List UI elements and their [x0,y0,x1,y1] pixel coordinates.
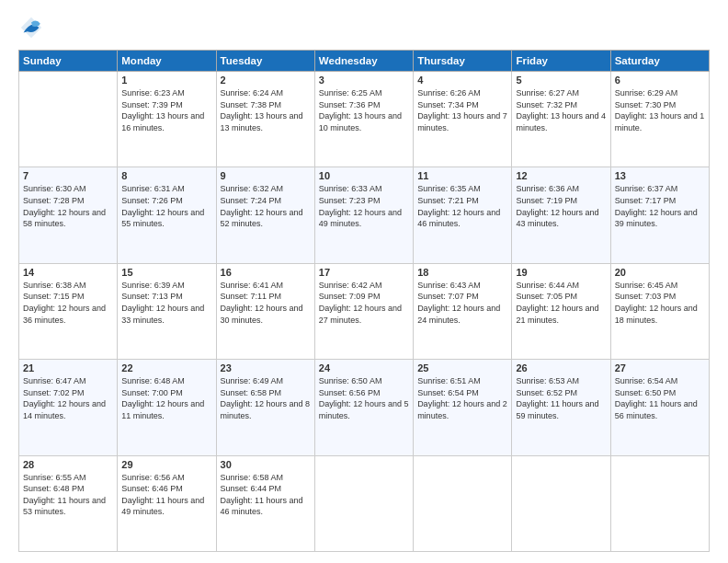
day-number: 12 [516,170,606,181]
week-row-5: 28Sunrise: 6:55 AMSunset: 6:48 PMDayligh… [19,455,710,551]
day-info: Sunrise: 6:29 AMSunset: 7:30 PMDaylight:… [615,87,705,133]
calendar-cell [314,455,413,551]
calendar-cell: 23Sunrise: 6:49 AMSunset: 6:58 PMDayligh… [216,360,314,455]
weekday-header-monday: Monday [118,51,216,72]
calendar-cell: 29Sunrise: 6:56 AMSunset: 6:46 PMDayligh… [118,455,216,551]
calendar-cell [610,455,709,551]
day-info: Sunrise: 6:53 AMSunset: 6:52 PMDaylight:… [516,375,606,421]
weekday-header-wednesday: Wednesday [314,51,413,72]
day-number: 25 [417,362,507,373]
calendar-cell: 14Sunrise: 6:38 AMSunset: 7:15 PMDayligh… [19,263,118,359]
day-info: Sunrise: 6:36 AMSunset: 7:19 PMDaylight:… [516,183,606,229]
calendar-cell [414,455,512,551]
day-number: 11 [417,170,507,181]
day-number: 7 [23,170,113,181]
day-number: 26 [516,362,606,373]
calendar-cell: 6Sunrise: 6:29 AMSunset: 7:30 PMDaylight… [610,72,709,167]
day-number: 3 [319,75,409,86]
calendar-cell: 3Sunrise: 6:25 AMSunset: 7:36 PMDaylight… [314,72,413,167]
day-info: Sunrise: 6:54 AMSunset: 6:50 PMDaylight:… [615,375,705,421]
page: SundayMondayTuesdayWednesdayThursdayFrid… [0,0,728,563]
day-info: Sunrise: 6:44 AMSunset: 7:05 PMDaylight:… [516,280,606,326]
day-info: Sunrise: 6:58 AMSunset: 6:44 PMDaylight:… [221,472,311,518]
weekday-header-thursday: Thursday [414,51,512,72]
calendar-cell: 22Sunrise: 6:48 AMSunset: 7:00 PMDayligh… [118,360,216,455]
header [18,15,710,40]
calendar-cell [512,455,610,551]
day-number: 24 [319,362,409,373]
calendar-cell: 13Sunrise: 6:37 AMSunset: 7:17 PMDayligh… [610,167,709,263]
day-info: Sunrise: 6:27 AMSunset: 7:32 PMDaylight:… [516,87,606,133]
calendar-cell [19,72,118,167]
day-number: 19 [516,267,606,278]
day-info: Sunrise: 6:47 AMSunset: 7:02 PMDaylight:… [23,375,113,421]
day-number: 20 [615,267,705,278]
day-number: 4 [417,75,507,86]
day-info: Sunrise: 6:41 AMSunset: 7:11 PMDaylight:… [221,280,311,326]
day-number: 9 [221,170,311,181]
day-number: 23 [221,362,311,373]
day-number: 8 [121,170,211,181]
logo [18,15,46,40]
day-number: 21 [23,362,113,373]
day-number: 5 [516,75,606,86]
week-row-3: 14Sunrise: 6:38 AMSunset: 7:15 PMDayligh… [19,263,710,359]
day-info: Sunrise: 6:38 AMSunset: 7:15 PMDaylight:… [23,280,113,326]
day-info: Sunrise: 6:25 AMSunset: 7:36 PMDaylight:… [319,87,409,133]
weekday-header-saturday: Saturday [610,51,709,72]
day-number: 10 [319,170,409,181]
calendar-cell: 15Sunrise: 6:39 AMSunset: 7:13 PMDayligh… [118,263,216,359]
day-info: Sunrise: 6:56 AMSunset: 6:46 PMDaylight:… [121,472,211,518]
day-info: Sunrise: 6:51 AMSunset: 6:54 PMDaylight:… [417,375,507,421]
calendar-cell: 2Sunrise: 6:24 AMSunset: 7:38 PMDaylight… [216,72,314,167]
calendar-cell: 19Sunrise: 6:44 AMSunset: 7:05 PMDayligh… [512,263,610,359]
day-info: Sunrise: 6:26 AMSunset: 7:34 PMDaylight:… [417,87,507,133]
calendar-cell: 21Sunrise: 6:47 AMSunset: 7:02 PMDayligh… [19,360,118,455]
day-number: 15 [121,267,211,278]
logo-icon [18,15,44,40]
day-info: Sunrise: 6:43 AMSunset: 7:07 PMDaylight:… [417,280,507,326]
calendar-cell: 12Sunrise: 6:36 AMSunset: 7:19 PMDayligh… [512,167,610,263]
weekday-header-sunday: Sunday [19,51,118,72]
day-info: Sunrise: 6:31 AMSunset: 7:26 PMDaylight:… [121,183,211,229]
day-number: 2 [221,75,311,86]
day-number: 30 [221,459,311,470]
day-info: Sunrise: 6:35 AMSunset: 7:21 PMDaylight:… [417,183,507,229]
day-info: Sunrise: 6:48 AMSunset: 7:00 PMDaylight:… [121,375,211,421]
calendar-cell: 18Sunrise: 6:43 AMSunset: 7:07 PMDayligh… [414,263,512,359]
day-info: Sunrise: 6:32 AMSunset: 7:24 PMDaylight:… [221,183,311,229]
day-number: 17 [319,267,409,278]
day-info: Sunrise: 6:50 AMSunset: 6:56 PMDaylight:… [319,375,409,421]
calendar-cell: 11Sunrise: 6:35 AMSunset: 7:21 PMDayligh… [414,167,512,263]
day-info: Sunrise: 6:30 AMSunset: 7:28 PMDaylight:… [23,183,113,229]
day-info: Sunrise: 6:45 AMSunset: 7:03 PMDaylight:… [615,280,705,326]
weekday-header-tuesday: Tuesday [216,51,314,72]
day-info: Sunrise: 6:55 AMSunset: 6:48 PMDaylight:… [23,472,113,518]
day-number: 18 [417,267,507,278]
calendar-cell: 28Sunrise: 6:55 AMSunset: 6:48 PMDayligh… [19,455,118,551]
day-info: Sunrise: 6:49 AMSunset: 6:58 PMDaylight:… [221,375,311,421]
day-info: Sunrise: 6:23 AMSunset: 7:39 PMDaylight:… [121,87,211,133]
day-number: 6 [615,75,705,86]
calendar-cell: 26Sunrise: 6:53 AMSunset: 6:52 PMDayligh… [512,360,610,455]
calendar-cell: 30Sunrise: 6:58 AMSunset: 6:44 PMDayligh… [216,455,314,551]
week-row-2: 7Sunrise: 6:30 AMSunset: 7:28 PMDaylight… [19,167,710,263]
calendar-cell: 16Sunrise: 6:41 AMSunset: 7:11 PMDayligh… [216,263,314,359]
day-number: 28 [23,459,113,470]
day-info: Sunrise: 6:39 AMSunset: 7:13 PMDaylight:… [121,280,211,326]
day-number: 14 [23,267,113,278]
day-number: 1 [121,75,211,86]
day-number: 16 [221,267,311,278]
calendar-cell: 20Sunrise: 6:45 AMSunset: 7:03 PMDayligh… [610,263,709,359]
day-number: 13 [615,170,705,181]
week-row-4: 21Sunrise: 6:47 AMSunset: 7:02 PMDayligh… [19,360,710,455]
calendar-cell: 7Sunrise: 6:30 AMSunset: 7:28 PMDaylight… [19,167,118,263]
calendar-cell: 1Sunrise: 6:23 AMSunset: 7:39 PMDaylight… [118,72,216,167]
day-number: 29 [121,459,211,470]
calendar-cell: 10Sunrise: 6:33 AMSunset: 7:23 PMDayligh… [314,167,413,263]
calendar-cell: 17Sunrise: 6:42 AMSunset: 7:09 PMDayligh… [314,263,413,359]
calendar-cell: 9Sunrise: 6:32 AMSunset: 7:24 PMDaylight… [216,167,314,263]
calendar-cell: 25Sunrise: 6:51 AMSunset: 6:54 PMDayligh… [414,360,512,455]
day-number: 27 [615,362,705,373]
week-row-1: 1Sunrise: 6:23 AMSunset: 7:39 PMDaylight… [19,72,710,167]
